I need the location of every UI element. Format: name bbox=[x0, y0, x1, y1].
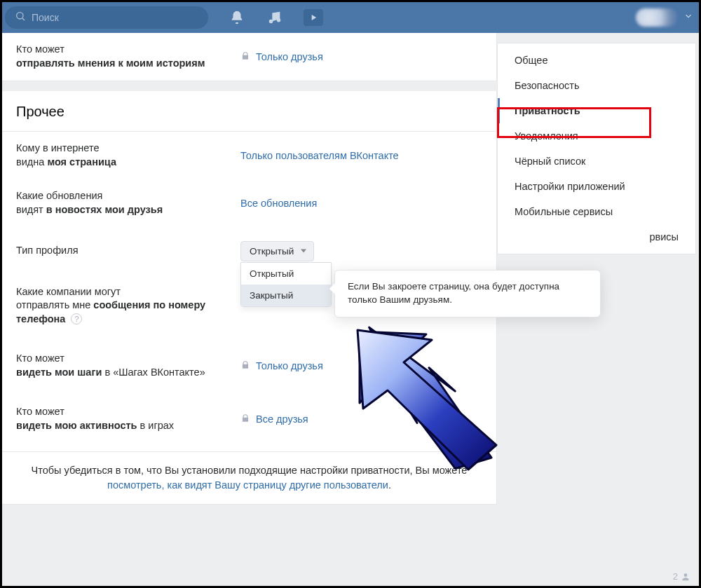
setting-row-feed-updates: Какие обновления видят в новостях мои др… bbox=[2, 179, 496, 227]
sidebar-item-partial[interactable]: рвисы bbox=[498, 224, 695, 249]
settings-sidebar: Общее Безопасность Приватность Уведомлен… bbox=[497, 43, 696, 254]
setting-row-story-opinions: Кто может отправлять мнения к моим истор… bbox=[2, 33, 496, 81]
section-title-other: Прочее bbox=[2, 91, 496, 127]
row-value[interactable]: Только друзья bbox=[240, 360, 482, 372]
profile-type-tooltip: Если Вы закроете страницу, она будет дос… bbox=[334, 270, 601, 317]
music-icon[interactable] bbox=[266, 8, 284, 27]
person-icon bbox=[681, 572, 690, 582]
sidebar-item-notifications[interactable]: Уведомления bbox=[498, 123, 695, 149]
setting-row-profile-type: Тип профиля Открытый Открытый Закрытый bbox=[2, 227, 496, 275]
bell-icon[interactable] bbox=[228, 8, 246, 27]
row-value[interactable]: Только пользователям ВКонтакте bbox=[240, 150, 482, 161]
lock-icon bbox=[240, 360, 250, 372]
video-button[interactable] bbox=[304, 9, 323, 26]
svg-point-2 bbox=[269, 20, 273, 24]
chevron-down-icon[interactable] bbox=[683, 11, 693, 24]
dropdown-option-open[interactable]: Открытый bbox=[241, 263, 331, 285]
sidebar-item-security[interactable]: Безопасность bbox=[498, 73, 695, 98]
sidebar-item-app-settings[interactable]: Настройки приложений bbox=[498, 174, 695, 199]
avatar[interactable] bbox=[636, 8, 678, 27]
bottom-counter-badge[interactable]: 2 bbox=[673, 571, 690, 582]
search-box[interactable] bbox=[5, 6, 208, 29]
svg-point-0 bbox=[17, 13, 23, 19]
top-bar bbox=[2, 2, 699, 33]
row-label: Кто может bbox=[16, 43, 64, 55]
privacy-footnote: Чтобы убедиться в том, что Вы установили… bbox=[2, 451, 496, 504]
svg-point-4 bbox=[684, 573, 688, 577]
row-label-bold: отправлять мнения к моим историям bbox=[16, 57, 205, 69]
setting-row-page-visibility: Кому в интернете видна моя страница Толь… bbox=[2, 132, 496, 179]
setting-row-steps-visibility: Кто может видеть мои шаги в «Шагах ВКонт… bbox=[2, 336, 496, 395]
setting-row-games-activity: Кто может видеть мою активность в играх … bbox=[2, 395, 496, 443]
sidebar-item-general[interactable]: Общее bbox=[498, 48, 695, 73]
sidebar-item-privacy[interactable]: Приватность bbox=[498, 98, 695, 123]
svg-line-1 bbox=[22, 18, 25, 20]
lock-icon bbox=[240, 51, 250, 63]
search-icon bbox=[15, 11, 26, 25]
help-icon[interactable]: ? bbox=[71, 313, 82, 324]
row-value[interactable]: Только друзья bbox=[240, 51, 482, 63]
preview-privacy-link[interactable]: посмотреть, как видят Вашу страницу друг… bbox=[107, 479, 388, 491]
svg-point-3 bbox=[277, 18, 281, 22]
lock-icon bbox=[240, 413, 250, 425]
sidebar-item-mobile-services[interactable]: Мобильные сервисы bbox=[498, 199, 695, 224]
row-value[interactable]: Все друзья bbox=[240, 413, 482, 425]
profile-type-dropdown[interactable]: Открытый bbox=[240, 241, 314, 261]
dropdown-option-closed[interactable]: Закрытый bbox=[241, 285, 331, 306]
row-value[interactable]: Все обновления bbox=[240, 198, 482, 209]
sidebar-item-blacklist[interactable]: Чёрный список bbox=[498, 149, 695, 174]
profile-type-dropdown-list: Открытый Закрытый bbox=[240, 262, 332, 307]
search-input[interactable] bbox=[32, 12, 198, 23]
